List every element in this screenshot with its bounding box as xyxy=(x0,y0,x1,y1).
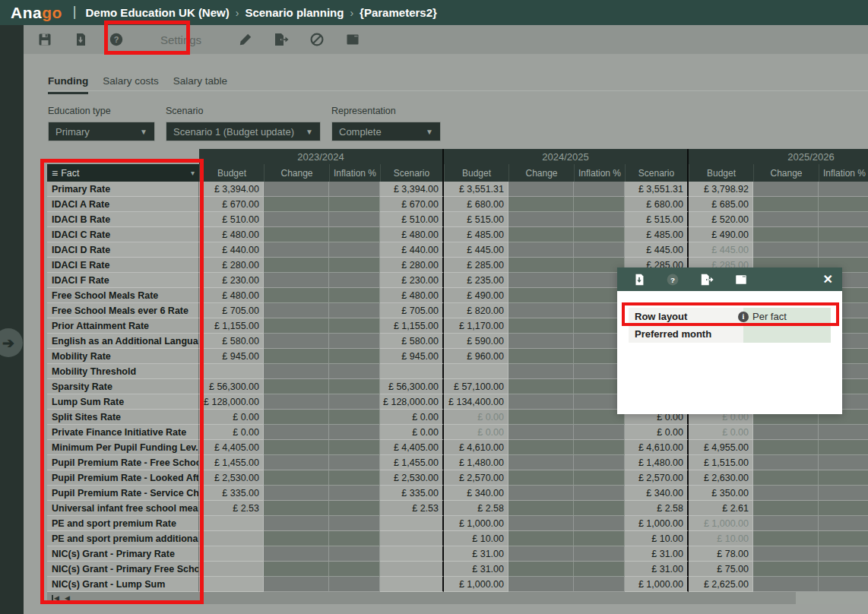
inflation-cell[interactable] xyxy=(819,242,868,258)
change-cell[interactable] xyxy=(753,486,819,501)
budget-cell[interactable]: £ 3,394.00 xyxy=(199,182,264,197)
inflation-cell[interactable] xyxy=(819,425,868,440)
budget-cell[interactable] xyxy=(199,516,264,531)
budget-cell[interactable]: £ 2.53 xyxy=(199,501,264,516)
scenario-cell[interactable]: £ 10.00 xyxy=(625,531,689,546)
change-cell[interactable] xyxy=(508,349,574,364)
inflation-cell[interactable] xyxy=(329,227,380,242)
change-cell[interactable] xyxy=(753,455,819,470)
budget-cell[interactable]: £ 75.00 xyxy=(689,562,753,577)
horizontal-scrollbar[interactable]: ◀ ◀ xyxy=(47,592,868,604)
change-cell[interactable] xyxy=(508,577,574,592)
change-cell[interactable] xyxy=(264,577,329,592)
change-cell[interactable] xyxy=(264,182,329,197)
change-cell[interactable] xyxy=(508,242,574,258)
budget-cell[interactable]: £ 2.61 xyxy=(689,501,753,516)
scenario-cell[interactable]: £ 510.00 xyxy=(380,212,444,227)
budget-cell[interactable]: £ 1,155.00 xyxy=(199,318,264,334)
budget-cell[interactable] xyxy=(199,364,264,379)
budget-cell[interactable]: £ 0.00 xyxy=(199,410,264,425)
change-cell[interactable] xyxy=(264,349,329,364)
inflation-cell[interactable] xyxy=(329,334,380,349)
scenario-cell[interactable] xyxy=(380,516,444,531)
inflation-cell[interactable] xyxy=(329,470,380,486)
scroll-left-icon[interactable]: ◀ xyxy=(65,594,70,602)
inflation-cell[interactable] xyxy=(819,516,868,531)
inflation-cell[interactable] xyxy=(329,273,380,288)
fact-column-header[interactable]: ≡Fact▾ xyxy=(47,164,199,182)
budget-cell[interactable]: £ 445.00 xyxy=(689,242,753,258)
inflation-cell[interactable] xyxy=(329,516,380,531)
budget-cell[interactable]: £ 580.00 xyxy=(199,334,264,349)
scenario-cell[interactable] xyxy=(380,531,444,546)
scenario-cell[interactable]: £ 680.00 xyxy=(625,197,689,212)
inflation-cell[interactable] xyxy=(819,577,868,592)
scenario-cell[interactable]: £ 670.00 xyxy=(380,197,444,212)
change-cell[interactable] xyxy=(508,470,574,486)
scrollbar-track[interactable] xyxy=(796,592,868,604)
budget-cell[interactable]: £ 590.00 xyxy=(444,334,508,349)
budget-cell[interactable]: £ 1,000.00 xyxy=(689,516,753,531)
scenario-cell[interactable]: £ 128,000.00 xyxy=(380,394,444,410)
scenario-cell[interactable] xyxy=(380,364,444,379)
budget-cell[interactable]: £ 1,170.00 xyxy=(444,318,508,334)
budget-cell[interactable]: £ 1,000.00 xyxy=(444,516,508,531)
import-document-icon[interactable] xyxy=(632,273,646,286)
inflation-cell[interactable] xyxy=(329,303,380,318)
budget-cell[interactable]: £ 480.00 xyxy=(199,227,264,242)
budget-cell[interactable] xyxy=(199,577,264,592)
budget-cell[interactable]: £ 960.00 xyxy=(444,349,508,364)
change-cell[interactable] xyxy=(508,182,574,197)
dialog-field-value[interactable] xyxy=(743,325,831,343)
budget-cell[interactable]: £ 440.00 xyxy=(199,242,264,258)
scenario-cell[interactable]: £ 1,480.00 xyxy=(625,455,689,470)
budget-cell[interactable]: £ 4,955.00 xyxy=(689,440,753,455)
budget-cell[interactable]: £ 0.00 xyxy=(444,425,508,440)
inflation-cell[interactable] xyxy=(574,425,625,440)
change-cell[interactable] xyxy=(508,273,574,288)
inflation-cell[interactable] xyxy=(574,546,625,562)
budget-cell[interactable]: £ 335.00 xyxy=(199,486,264,501)
change-cell[interactable] xyxy=(508,425,574,440)
scenario-cell[interactable]: £ 0.00 xyxy=(380,425,444,440)
scenario-cell[interactable] xyxy=(380,562,444,577)
inflation-cell[interactable] xyxy=(819,546,868,562)
change-cell[interactable] xyxy=(264,334,329,349)
inflation-cell[interactable] xyxy=(574,470,625,486)
scenario-cell[interactable]: £ 480.00 xyxy=(380,288,444,303)
change-cell[interactable] xyxy=(753,242,819,258)
budget-cell[interactable]: £ 2,630.00 xyxy=(689,470,753,486)
budget-cell[interactable]: £ 4,610.00 xyxy=(444,440,508,455)
inflation-cell[interactable] xyxy=(329,258,380,273)
change-cell[interactable] xyxy=(508,516,574,531)
inflation-cell[interactable] xyxy=(819,227,868,242)
scenario-cell[interactable]: £ 1,000.00 xyxy=(625,577,689,592)
change-cell[interactable] xyxy=(264,303,329,318)
budget-cell[interactable]: £ 490.00 xyxy=(689,227,753,242)
close-icon[interactable]: ✕ xyxy=(823,272,833,286)
cancel-button[interactable] xyxy=(308,30,326,49)
budget-cell[interactable]: £ 230.00 xyxy=(199,273,264,288)
inflation-cell[interactable] xyxy=(329,577,380,592)
change-cell[interactable] xyxy=(753,197,819,212)
export-button[interactable] xyxy=(272,30,290,49)
budget-cell[interactable]: £ 1,455.00 xyxy=(199,455,264,470)
change-cell[interactable] xyxy=(264,546,329,562)
budget-cell[interactable]: £ 2,625.00 xyxy=(689,577,753,592)
scenario-cell[interactable]: £ 445.00 xyxy=(625,242,689,258)
inflation-cell[interactable] xyxy=(819,197,868,212)
inflation-cell[interactable] xyxy=(329,562,380,577)
change-cell[interactable] xyxy=(508,546,574,562)
change-cell[interactable] xyxy=(264,486,329,501)
inflation-cell[interactable] xyxy=(329,182,380,197)
inflation-cell[interactable] xyxy=(574,577,625,592)
budget-cell[interactable] xyxy=(199,546,264,562)
budget-cell[interactable]: £ 31.00 xyxy=(444,546,508,562)
scenario-cell[interactable]: £ 230.00 xyxy=(380,273,444,288)
change-cell[interactable] xyxy=(753,470,819,486)
budget-cell[interactable]: £ 2,570.00 xyxy=(444,470,508,486)
budget-cell[interactable]: £ 1,515.00 xyxy=(689,455,753,470)
help-button[interactable]: ? xyxy=(107,30,125,49)
scenario-cell[interactable]: £ 440.00 xyxy=(380,242,444,258)
inflation-cell[interactable] xyxy=(819,455,868,470)
